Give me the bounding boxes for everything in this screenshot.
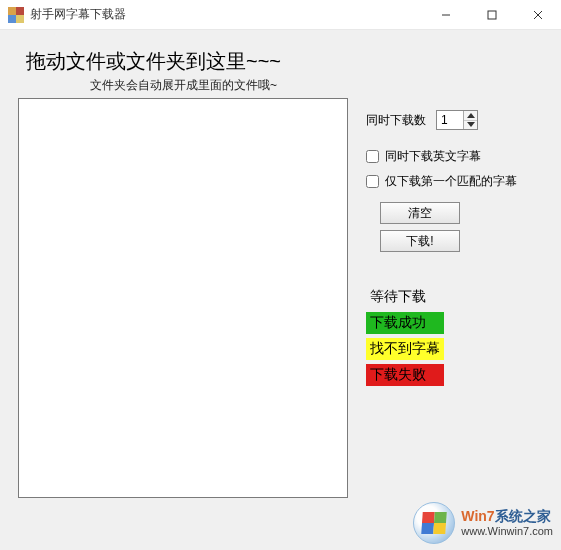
status-legend: 等待下载 下载成功 找不到字幕 下载失败 [366,286,543,390]
spinner-down-icon[interactable] [464,121,477,130]
client-area: 拖动文件或文件夹到这里~~~ 文件夹会自动展开成里面的文件哦~ 同时下载数 [0,30,561,550]
svg-marker-4 [467,113,475,118]
checkbox-english-sub[interactable] [366,150,379,163]
svg-rect-1 [488,11,496,19]
drop-area[interactable] [18,98,348,498]
check-first-match[interactable]: 仅下载第一个匹配的字幕 [366,173,543,190]
check-first-match-label: 仅下载第一个匹配的字幕 [385,173,517,190]
status-failed: 下载失败 [366,364,444,386]
window-title: 射手网字幕下载器 [30,6,126,23]
status-notfound: 找不到字幕 [366,338,444,360]
check-english-sub-label: 同时下载英文字幕 [385,148,481,165]
watermark-brand: Win7系统之家 [461,509,553,524]
status-waiting: 等待下载 [366,286,444,308]
watermark-logo-icon [413,502,455,544]
minimize-button[interactable] [423,0,469,30]
watermark: Win7系统之家 www.Winwin7.com [413,502,553,544]
maximize-button[interactable] [469,0,515,30]
drop-subheading: 文件夹会自动展开成里面的文件哦~ [90,77,543,94]
concurrent-spinner[interactable] [436,110,478,130]
close-button[interactable] [515,0,561,30]
concurrent-label: 同时下载数 [366,112,426,129]
side-panel: 同时下载数 同时下载英文字幕 [366,98,543,498]
app-icon [8,7,24,23]
clear-button[interactable]: 清空 [380,202,460,224]
status-success: 下载成功 [366,312,444,334]
concurrent-input[interactable] [437,111,463,129]
checkbox-first-match[interactable] [366,175,379,188]
watermark-url: www.Winwin7.com [461,525,553,537]
titlebar: 射手网字幕下载器 [0,0,561,30]
download-button[interactable]: 下载! [380,230,460,252]
check-english-sub[interactable]: 同时下载英文字幕 [366,148,543,165]
drop-heading: 拖动文件或文件夹到这里~~~ [26,48,543,75]
svg-marker-5 [467,122,475,127]
spinner-up-icon[interactable] [464,111,477,121]
